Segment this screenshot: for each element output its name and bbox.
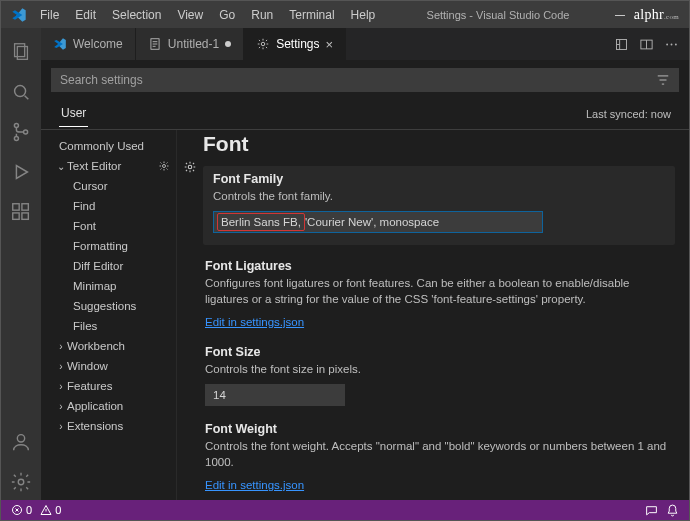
section-heading-font: Font — [203, 132, 675, 156]
toc-find[interactable]: Find — [41, 196, 176, 216]
menu-view[interactable]: View — [170, 4, 210, 26]
setting-font-family: Font Family Controls the font family. Be… — [203, 166, 675, 245]
toc-text-editor[interactable]: ⌄Text Editor — [41, 156, 176, 176]
chevron-down-icon: ⌄ — [55, 161, 67, 172]
svg-rect-10 — [22, 204, 28, 210]
chevron-right-icon: › — [55, 361, 67, 372]
edit-in-settings-json-link[interactable]: Edit in settings.json — [205, 316, 304, 328]
settings-toc: Commonly Used ⌄Text Editor Cursor Find F… — [41, 130, 177, 500]
svg-rect-0 — [615, 15, 625, 16]
svg-point-14 — [261, 42, 265, 46]
activity-bar — [1, 28, 41, 500]
setting-description: Controls the font size in pixels. — [205, 361, 673, 378]
setting-title: Font Ligatures — [205, 259, 673, 273]
tab-settings[interactable]: Settings × — [244, 28, 346, 60]
search-placeholder: Search settings — [60, 73, 143, 87]
setting-description: Controls the font family. — [213, 188, 665, 205]
tab-label: Settings — [276, 37, 319, 51]
setting-title: Font Family — [213, 172, 665, 186]
svg-point-4 — [14, 124, 18, 128]
modified-indicator-gear-icon[interactable] — [183, 160, 197, 500]
chevron-right-icon: › — [55, 381, 67, 392]
setting-description: Configures font ligatures or font featur… — [205, 275, 673, 308]
svg-point-6 — [24, 130, 28, 134]
toc-window[interactable]: ›Window — [41, 356, 176, 376]
svg-point-3 — [15, 86, 26, 97]
titlebar: File Edit Selection View Go Run Terminal… — [0, 0, 690, 28]
watermark: alphr.com — [634, 7, 679, 23]
last-synced-label: Last synced: now — [586, 108, 671, 120]
menu-go[interactable]: Go — [212, 4, 242, 26]
setting-description: Controls the font weight. Accepts "norma… — [205, 438, 673, 471]
chevron-right-icon: › — [55, 401, 67, 412]
more-actions-icon[interactable] — [664, 37, 679, 52]
filter-icon[interactable] — [656, 73, 670, 87]
gear-icon[interactable] — [158, 160, 170, 172]
manage-gear-icon[interactable] — [1, 464, 41, 500]
status-bar: 0 0 — [0, 500, 690, 521]
svg-rect-7 — [13, 204, 19, 210]
highlighted-selection: Berlin Sans FB, — [217, 213, 305, 231]
settings-editor[interactable]: Font Font Family Controls the font famil… — [203, 130, 689, 500]
toc-application[interactable]: ›Application — [41, 396, 176, 416]
edit-in-settings-json-link[interactable]: Edit in settings.json — [205, 479, 304, 491]
run-debug-icon[interactable] — [1, 154, 41, 190]
notifications-icon[interactable] — [666, 504, 679, 517]
scope-user-tab[interactable]: User — [59, 100, 88, 127]
window-title: Settings - Visual Studio Code — [382, 9, 613, 21]
setting-font-weight: Font Weight Controls the font weight. Ac… — [203, 422, 675, 492]
menu-file[interactable]: File — [33, 4, 66, 26]
status-warnings[interactable]: 0 — [40, 504, 61, 516]
menu-terminal[interactable]: Terminal — [282, 4, 341, 26]
open-settings-json-icon[interactable] — [614, 37, 629, 52]
toc-suggestions[interactable]: Suggestions — [41, 296, 176, 316]
menu-selection[interactable]: Selection — [105, 4, 168, 26]
tab-untitled-1[interactable]: Untitled-1 — [136, 28, 244, 60]
minimize-icon[interactable] — [614, 9, 626, 21]
extensions-icon[interactable] — [1, 194, 41, 230]
toc-workbench[interactable]: ›Workbench — [41, 336, 176, 356]
setting-title: Font Weight — [205, 422, 673, 436]
tab-label: Welcome — [73, 37, 123, 51]
explorer-icon[interactable] — [1, 34, 41, 70]
close-icon[interactable]: × — [326, 37, 334, 52]
toc-commonly-used[interactable]: Commonly Used — [41, 136, 176, 156]
toc-cursor[interactable]: Cursor — [41, 176, 176, 196]
chevron-right-icon: › — [55, 421, 67, 432]
svg-rect-1 — [15, 44, 25, 57]
font-size-input[interactable]: 14 — [205, 384, 345, 406]
search-settings-input[interactable]: Search settings — [51, 68, 679, 92]
feedback-icon[interactable] — [645, 504, 658, 517]
svg-point-19 — [675, 43, 677, 45]
chevron-right-icon: › — [55, 341, 67, 352]
status-errors[interactable]: 0 — [11, 504, 32, 516]
svg-point-18 — [671, 43, 673, 45]
svg-point-20 — [163, 165, 166, 168]
search-icon[interactable] — [1, 74, 41, 110]
menu-run[interactable]: Run — [244, 4, 280, 26]
toc-extensions[interactable]: ›Extensions — [41, 416, 176, 436]
menu-help[interactable]: Help — [344, 4, 383, 26]
svg-rect-8 — [13, 213, 19, 219]
toc-font[interactable]: Font — [41, 216, 176, 236]
accounts-icon[interactable] — [1, 424, 41, 460]
editor-tabs: Welcome Untitled-1 Settings × — [41, 28, 689, 60]
font-family-input[interactable]: Berlin Sans FB, 'Courier New', monospace — [213, 211, 543, 233]
source-control-icon[interactable] — [1, 114, 41, 150]
menu-bar: File Edit Selection View Go Run Terminal… — [33, 4, 382, 26]
setting-font-size: Font Size Controls the font size in pixe… — [203, 345, 675, 406]
toc-files[interactable]: Files — [41, 316, 176, 336]
svg-point-12 — [18, 479, 24, 485]
tab-welcome[interactable]: Welcome — [41, 28, 136, 60]
toc-formatting[interactable]: Formatting — [41, 236, 176, 256]
toc-features[interactable]: ›Features — [41, 376, 176, 396]
toc-diff-editor[interactable]: Diff Editor — [41, 256, 176, 276]
svg-point-17 — [666, 43, 668, 45]
split-editor-icon[interactable] — [639, 37, 654, 52]
menu-edit[interactable]: Edit — [68, 4, 103, 26]
svg-point-11 — [17, 435, 24, 442]
svg-rect-9 — [22, 213, 28, 219]
svg-point-21 — [188, 165, 192, 169]
tab-label: Untitled-1 — [168, 37, 219, 51]
toc-minimap[interactable]: Minimap — [41, 276, 176, 296]
